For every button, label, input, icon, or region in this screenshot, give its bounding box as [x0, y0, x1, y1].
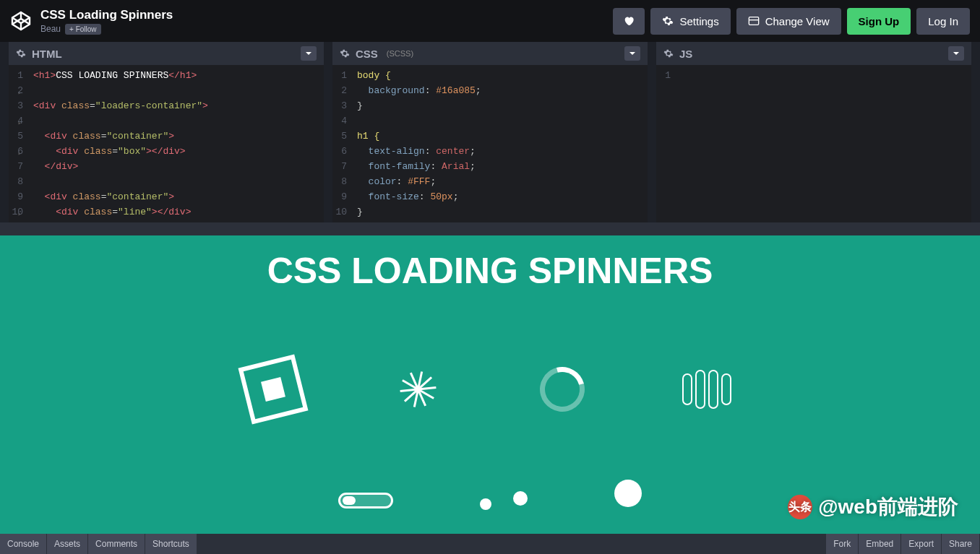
horizontal-resizer[interactable] [0, 222, 980, 235]
lines-spinner [385, 357, 450, 422]
header-actions: Settings Change View Sign Up Log In [613, 8, 970, 35]
gear-icon [662, 15, 674, 27]
ball-spinner [614, 480, 642, 507]
fork-button[interactable]: Fork [826, 534, 858, 554]
footer-right: Fork Embed Export Share [826, 534, 980, 554]
share-button[interactable]: Share [942, 534, 979, 554]
js-pane: JS 1 [656, 42, 971, 222]
css-editor[interactable]: 12345678910 body { background: #16a085; … [332, 65, 648, 222]
chevron-down-icon [305, 50, 312, 57]
css-pane: CSS (SCSS) 12345678910 body { background… [332, 42, 648, 222]
css-pane-title: CSS [356, 48, 378, 60]
js-pane-header: JS [656, 42, 971, 65]
footer-bar: Console Assets Comments Shortcuts Fork E… [0, 534, 980, 554]
watermark-badge: 头条 [788, 495, 812, 519]
css-gutter: 12345678910 [332, 65, 353, 222]
heart-icon [623, 15, 635, 27]
html-code[interactable]: <h1>CSS LOADING SPINNERS</h1> <div class… [29, 65, 212, 222]
css-pane-header: CSS (SCSS) [332, 42, 648, 65]
login-button[interactable]: Log In [916, 8, 970, 35]
change-view-label: Change View [765, 15, 830, 27]
comments-button[interactable]: Comments [88, 534, 145, 554]
change-view-button[interactable]: Change View [736, 8, 841, 35]
css-collapse-button[interactable] [624, 46, 640, 61]
codepen-logo-icon [10, 10, 32, 32]
js-collapse-button[interactable] [948, 46, 964, 61]
pen-title: CSS Loading Spinners [40, 8, 173, 22]
follow-button[interactable]: + Follow [65, 24, 101, 35]
console-button[interactable]: Console [0, 534, 46, 554]
app-header: CSS Loading Spinners Beau + Follow Setti… [0, 0, 980, 42]
title-area: CSS Loading Spinners Beau + Follow [40, 8, 173, 35]
signup-button[interactable]: Sign Up [847, 8, 911, 35]
author-name[interactable]: Beau [40, 24, 61, 34]
export-button[interactable]: Export [901, 534, 941, 554]
layout-icon [748, 15, 760, 27]
editors-row: HTML 1 ▸ 2 3 ▸ 4 5 ▸ 6 7 8 9 ▸ 10 <h1>CS… [0, 42, 980, 222]
js-editor[interactable]: 1 [656, 65, 971, 222]
settings-label: Settings [679, 15, 718, 27]
js-pane-title: JS [679, 48, 692, 60]
svg-rect-3 [749, 17, 758, 25]
gear-icon[interactable] [340, 48, 350, 59]
logo-title-group: CSS Loading Spinners Beau + Follow [10, 8, 173, 35]
html-pane: HTML 1 ▸ 2 3 ▸ 4 5 ▸ 6 7 8 9 ▸ 10 <h1>CS… [9, 42, 324, 222]
html-editor[interactable]: 1 ▸ 2 3 ▸ 4 5 ▸ 6 7 8 9 ▸ 10 <h1>CSS LOA… [9, 65, 324, 222]
settings-button[interactable]: Settings [650, 8, 730, 35]
bars-spinner [674, 357, 739, 422]
js-code[interactable] [676, 65, 685, 222]
preview-pane: CSS LOADING SPINNERS 头条 @web前端进阶 [0, 235, 980, 534]
loaders-row-1 [0, 357, 980, 422]
html-pane-title: HTML [32, 48, 62, 60]
html-gutter: 1 ▸ 2 3 ▸ 4 5 ▸ 6 7 8 9 ▸ 10 [9, 65, 29, 222]
preview-heading: CSS LOADING SPINNERS [0, 235, 980, 292]
box-spinner [241, 357, 306, 422]
chevron-down-icon [629, 50, 636, 57]
chevron-down-icon [953, 50, 960, 57]
embed-button[interactable]: Embed [859, 534, 901, 554]
js-gutter: 1 [656, 65, 676, 222]
ring-spinner [530, 357, 595, 422]
css-pane-subtitle: (SCSS) [387, 49, 413, 58]
assets-button[interactable]: Assets [47, 534, 87, 554]
pill-spinner [338, 493, 393, 508]
css-code[interactable]: body { background: #16a085; } h1 { text-… [353, 65, 486, 222]
watermark: 头条 @web前端进阶 [788, 493, 958, 521]
html-pane-header: HTML [9, 42, 324, 65]
gear-icon[interactable] [663, 48, 674, 59]
shortcuts-button[interactable]: Shortcuts [145, 534, 197, 554]
html-collapse-button[interactable] [301, 46, 317, 61]
dots-spinner [480, 491, 528, 510]
gear-icon[interactable] [16, 48, 26, 59]
love-button[interactable] [613, 8, 645, 35]
watermark-text: @web前端进阶 [818, 493, 958, 521]
meta-row: Beau + Follow [40, 24, 173, 35]
